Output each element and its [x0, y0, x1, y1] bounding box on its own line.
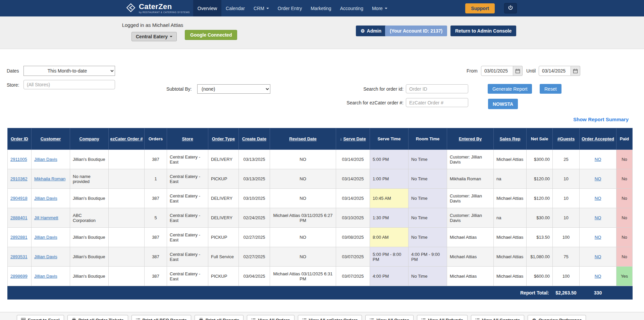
navbar-right: Support [465, 0, 517, 16]
customer-link[interactable]: Jillian Davis [34, 235, 57, 240]
col-header-ezcater[interactable]: ezCater Order # [109, 128, 145, 150]
view-all-quotes-button[interactable]: View All Quotes [365, 315, 414, 320]
view-all-ezcater-orders-button[interactable]: View All ezCater Orders [298, 315, 362, 320]
calendar-icon[interactable] [571, 66, 580, 76]
cell-guests: 100 [553, 228, 580, 247]
customer-link[interactable]: Jill Hammett [34, 215, 58, 220]
cell-order-type: DELIVERY [208, 189, 239, 208]
col-header-store[interactable]: Store [167, 128, 208, 150]
nav-item-overview[interactable]: Overview [193, 0, 221, 16]
calendar-icon[interactable] [513, 66, 523, 76]
nav-item-marketing[interactable]: Marketing [306, 0, 335, 16]
from-date-input[interactable] [481, 66, 513, 76]
nav-item-order-entry[interactable]: Order Entry [273, 0, 306, 16]
customer-link[interactable]: Jillian Davis [34, 274, 57, 279]
nav-item-accounting[interactable]: Accounting [336, 0, 368, 16]
col-header-create-date[interactable]: Create Date [239, 128, 270, 150]
cell-store: Central Eatery - East [167, 189, 208, 208]
table-row: 2910362Mikhaila RomanNo name provided1Ce… [8, 169, 633, 189]
order-accepted-link[interactable]: NO [595, 274, 601, 279]
order-accepted-link[interactable]: NO [595, 235, 601, 240]
order-id-link[interactable]: 2893531 [10, 254, 28, 259]
from-label: From [467, 68, 478, 74]
col-header-customer[interactable]: Customer [32, 128, 70, 150]
until-date-input[interactable] [539, 66, 571, 76]
cell-serve-time: 5:00 PM [370, 150, 409, 169]
logout-button[interactable] [504, 3, 517, 13]
col-header-orders: Orders [145, 128, 167, 150]
store-input[interactable] [23, 80, 115, 89]
show-report-summary-link[interactable]: Show Report Summary [573, 117, 629, 122]
col-header-order-id[interactable]: Order ID [8, 128, 32, 150]
col-header-sales-rep[interactable]: Sales Rep [494, 128, 527, 150]
list-icon [251, 318, 256, 320]
view-all-refunds-button[interactable]: View All Refunds [417, 315, 468, 320]
cell-ezcater [109, 169, 145, 189]
order-accepted-link[interactable]: NO [595, 215, 601, 220]
customer-link[interactable]: Jillian Davis [34, 254, 57, 259]
col-header-company[interactable]: Company [70, 128, 109, 150]
nav-item-calendar[interactable]: Calendar [221, 0, 249, 16]
cell-serve-time: 1:00 PM [370, 169, 409, 189]
col-header-entered-by[interactable]: Entered By [447, 128, 494, 150]
caterzen-logo[interactable]: CaterZen by RESTAURANT & CATERING SYSTEM… [126, 0, 190, 16]
cell-serve-date: 03/07/2025 [336, 247, 370, 267]
return-admin-console-button[interactable]: Return to Admin Console [450, 26, 516, 36]
col-header-order-accepted[interactable]: Order Accepted [580, 128, 616, 150]
account-id-button[interactable]: (Your Account ID: 2137) [385, 26, 447, 36]
order-id-search-input[interactable] [406, 84, 468, 93]
support-button[interactable]: Support [465, 3, 495, 13]
overview-preference-button[interactable]: ⚙Overview Preference [528, 315, 586, 320]
nav-item-crm[interactable]: CRM [249, 0, 273, 16]
nowsta-button[interactable]: NOWSTA [488, 99, 518, 109]
view-all-contracts-button[interactable]: View All Contracts [471, 315, 524, 320]
dates-select[interactable]: This Month-to-date [23, 66, 115, 76]
print-all-beo-reports-button[interactable]: Print all BEO Reports [131, 315, 191, 320]
print-all-order-tickets-button[interactable]: Print all Order Tickets [67, 315, 128, 320]
cell-revised-date: NO [270, 169, 336, 189]
customer-link[interactable]: Jillian Davis [34, 196, 57, 201]
order-id-link[interactable]: 2911005 [10, 157, 27, 162]
order-accepted-link[interactable]: NO [595, 157, 601, 162]
nav-item-more[interactable]: More [368, 0, 392, 16]
cell-paid: No [616, 208, 633, 228]
cell-create-date: 02/27/2025 [239, 247, 270, 267]
cell-order-id: 2888401 [8, 208, 32, 228]
reset-button[interactable]: Reset [540, 84, 561, 94]
export-to-excel-button[interactable]: Export to Excel [17, 315, 64, 320]
order-id-link[interactable]: 2898699 [10, 274, 28, 279]
order-accepted-link[interactable]: NO [595, 196, 601, 201]
store-selector-dropdown[interactable]: Central Eatery [131, 32, 177, 41]
cell-orders: 387 [145, 267, 167, 286]
search-order-id-label: Search for order id: [343, 86, 404, 92]
order-id-link[interactable]: 2910362 [10, 176, 28, 181]
order-id-link[interactable]: 2904918 [10, 196, 28, 201]
cell-serve-date: 03/10/2025 [336, 208, 370, 228]
view-all-orders-button[interactable]: View All Orders [247, 315, 294, 320]
ezcater-search-input[interactable] [406, 98, 468, 107]
printer-icon [72, 318, 76, 320]
subtotal-by-select[interactable]: (none) [197, 84, 270, 94]
customer-link[interactable]: Jillian Davis [34, 157, 57, 162]
report-total-label: Report Total: [8, 286, 553, 300]
google-connected-button[interactable]: Google Connected [185, 30, 237, 40]
col-header-order-type[interactable]: Order Type [208, 128, 239, 150]
order-accepted-link[interactable]: NO [595, 254, 601, 259]
admin-button[interactable]: ⚙ Admin [356, 26, 386, 36]
cell-order-accepted: NO [580, 150, 616, 169]
cell-order-accepted: NO [580, 247, 616, 267]
generate-report-button[interactable]: Generate Report [488, 84, 532, 94]
col-header-guests[interactable]: #Guests [553, 128, 580, 150]
print-all-reports-button[interactable]: Print all Reports [195, 315, 244, 320]
customer-link[interactable]: Mikhaila Roman [34, 176, 65, 181]
caterzen-overview-page: CaterZen by RESTAURANT & CATERING SYSTEM… [0, 0, 644, 320]
order-accepted-link[interactable]: NO [595, 176, 601, 181]
cell-revised-date: NO [270, 150, 336, 169]
subheader: Logged in as Michael Attias Central Eate… [0, 16, 644, 49]
col-header-revised-date[interactable]: Revised Date [270, 128, 336, 150]
col-header-serve-date[interactable]: ↓ Serve Date [336, 128, 370, 150]
order-id-link[interactable]: 2888401 [10, 215, 28, 220]
cell-company: ABC Corporation [70, 208, 109, 228]
order-id-link[interactable]: 2892881 [10, 235, 28, 240]
cell-serve-date: 03/08/2025 [336, 228, 370, 247]
